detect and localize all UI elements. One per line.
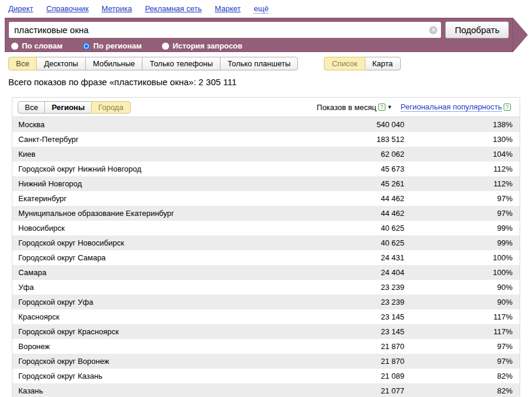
table-row: Городской округ Воронеж21 87097% <box>12 354 520 369</box>
region-name-cell: Киев <box>18 150 345 159</box>
mode-option[interactable]: История запросов <box>162 41 242 50</box>
region-name-cell: Городской округ Уфа <box>18 298 345 306</box>
impressions-cell: 40 625 <box>345 224 404 233</box>
popularity-cell: 99% <box>404 224 512 233</box>
search-input[interactable] <box>9 22 441 38</box>
region-name-cell: Городской округ Красноярск <box>18 327 345 336</box>
nav-more-link[interactable]: ещё <box>254 4 268 14</box>
panel-arrow-decoration <box>513 18 528 52</box>
region-name-cell: Казань <box>18 386 345 395</box>
total-impressions-summary: Всего показов по фразе «пластиковые окна… <box>8 77 236 87</box>
nav-link-3[interactable]: Метрика <box>102 4 132 14</box>
impressions-cell: 23 239 <box>345 283 404 292</box>
tab-только-телефоны[interactable]: Только телефоны <box>142 57 220 70</box>
region-name-cell: Москва <box>18 120 345 129</box>
tab-десктопы[interactable]: Десктопы <box>36 57 86 70</box>
impressions-column-header[interactable]: Показов в месяц <box>317 103 377 112</box>
tab-все[interactable]: Все <box>8 57 37 70</box>
nav-link-1[interactable]: Директ <box>8 4 33 14</box>
region-name-cell: Екатеринбург <box>18 194 345 203</box>
popularity-cell: 112% <box>404 164 512 173</box>
tab-регионы[interactable]: Регионы <box>44 101 92 114</box>
table-row: Городской округ Новосибирск40 62599% <box>12 235 520 250</box>
table-row: Москва540 040138% <box>12 117 520 132</box>
popularity-cell: 112% <box>404 179 512 188</box>
table-row: Муниципальное образование Екатеринбург44… <box>12 206 520 221</box>
search-panel: ✕ Подобрать По словамПо регионамИстория … <box>5 18 513 52</box>
popularity-cell: 138% <box>404 120 512 129</box>
table-row: Уфа23 23990% <box>12 280 520 295</box>
table-row: Самара24 404100% <box>12 265 520 280</box>
popularity-cell: 97% <box>404 357 512 366</box>
impressions-cell: 540 040 <box>345 120 404 129</box>
region-name-cell: Городской округ Нижний Новгород <box>18 164 345 173</box>
region-name-cell: Санкт-Петербург <box>18 135 345 144</box>
popularity-cell: 97% <box>404 209 512 218</box>
mode-option[interactable]: По словам <box>11 41 63 50</box>
sort-desc-icon[interactable]: ▼ <box>387 104 392 110</box>
nav-link-5[interactable]: Маркет <box>215 4 241 14</box>
region-name-cell: Нижний Новгород <box>18 179 345 188</box>
top-nav: ДиректСправочникМетрикаРекламная сетьМар… <box>0 0 532 14</box>
impressions-cell: 23 145 <box>345 327 404 336</box>
popularity-cell: 117% <box>404 312 512 321</box>
popularity-cell: 97% <box>404 194 512 203</box>
impressions-cell: 40 625 <box>345 238 404 247</box>
impressions-cell: 23 145 <box>345 312 404 321</box>
table-row: Киев62 062104% <box>12 147 520 162</box>
popularity-cell: 117% <box>404 327 512 336</box>
table-row: Нижний Новгород45 261112% <box>12 176 520 191</box>
help-icon[interactable]: ? <box>378 104 385 111</box>
region-name-cell: Воронеж <box>18 342 345 351</box>
popularity-column-header[interactable]: Региональная популярность <box>401 102 502 112</box>
impressions-cell: 21 077 <box>345 386 404 395</box>
region-name-cell: Муниципальное образование Екатеринбург <box>18 209 345 218</box>
table-row: Городской округ Казань21 08982% <box>12 369 520 383</box>
table-header: ВсеРегионыГорода Показов в месяц ? ▼ Рег… <box>12 98 520 117</box>
mode-option[interactable]: По регионам <box>83 41 142 50</box>
popularity-cell: 130% <box>404 135 512 144</box>
radio-selected-icon[interactable] <box>83 43 90 50</box>
region-name-cell: Городской округ Казань <box>18 372 345 380</box>
impressions-cell: 44 462 <box>345 194 404 203</box>
tab-только-планшеты[interactable]: Только планшеты <box>220 57 298 70</box>
popularity-cell: 100% <box>404 253 512 262</box>
impressions-cell: 24 404 <box>345 268 404 277</box>
submit-button[interactable]: Подобрать <box>445 21 509 38</box>
region-name-cell: Уфа <box>18 283 345 292</box>
tab-мобильные[interactable]: Мобильные <box>85 57 142 70</box>
impressions-cell: 21 870 <box>345 357 404 366</box>
table-row: Городской округ Самара24 431100% <box>12 250 520 265</box>
radio-icon[interactable] <box>11 43 18 50</box>
mode-label: По регионам <box>93 41 142 50</box>
region-name-cell: Городской округ Новосибирск <box>18 238 345 247</box>
table-body: Москва540 040138%Санкт-Петербург183 5121… <box>12 117 520 397</box>
popularity-cell: 82% <box>404 372 512 380</box>
impressions-cell: 183 512 <box>345 135 404 144</box>
device-tabs: ВсеДесктопыМобильныеТолько телефоныТольк… <box>8 57 298 70</box>
table-row: Красноярск23 145117% <box>12 309 520 324</box>
impressions-cell: 24 431 <box>345 253 404 262</box>
popularity-cell: 90% <box>404 298 512 306</box>
impressions-cell: 44 462 <box>345 209 404 218</box>
nav-link-4[interactable]: Рекламная сеть <box>145 4 202 14</box>
help-icon[interactable]: ? <box>504 104 511 111</box>
tab-карта[interactable]: Карта <box>365 57 401 70</box>
search-modes: По словамПо регионамИстория запросов <box>5 40 512 51</box>
radio-icon[interactable] <box>162 43 169 50</box>
mode-label: История запросов <box>173 41 242 50</box>
popularity-cell: 100% <box>404 268 512 277</box>
tab-список[interactable]: Список <box>324 57 365 70</box>
popularity-cell: 104% <box>404 150 512 159</box>
impressions-cell: 62 062 <box>345 150 404 159</box>
impressions-cell: 23 239 <box>345 298 404 306</box>
tab-города[interactable]: Города <box>91 101 130 114</box>
table-row: Городской округ Уфа23 23990% <box>12 295 520 309</box>
impressions-cell: 45 673 <box>345 164 404 173</box>
table-row: Городской округ Красноярск23 145117% <box>12 324 520 339</box>
region-name-cell: Красноярск <box>18 312 345 321</box>
table-row: Санкт-Петербург183 512130% <box>12 132 520 147</box>
nav-link-2[interactable]: Справочник <box>46 4 89 14</box>
tab-все[interactable]: Все <box>18 101 45 114</box>
mode-label: По словам <box>22 41 63 50</box>
